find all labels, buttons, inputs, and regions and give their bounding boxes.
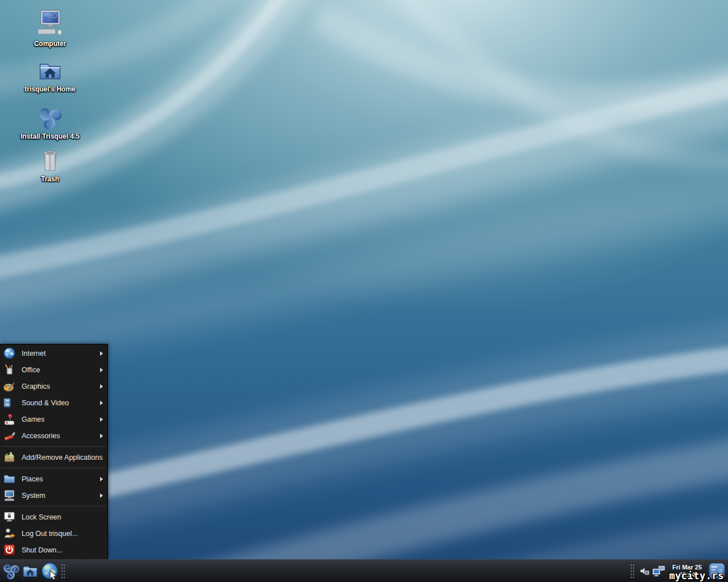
desktop-icon-label: trisquel's Home — [24, 85, 76, 93]
menu-item-label: Lock Screen — [22, 513, 103, 521]
graphics-icon — [3, 380, 16, 393]
menu-item-label: Places — [22, 475, 100, 483]
menu-item-add-remove-applications[interactable]: Add/Remove Applications — [0, 449, 107, 465]
watermark: mycity.rs — [669, 570, 724, 581]
panel-launcher-web-browser[interactable] — [40, 561, 59, 581]
office-icon — [3, 363, 16, 376]
panel-drag-handle[interactable] — [630, 564, 635, 579]
submenu-arrow-icon — [100, 493, 103, 498]
menu-item-graphics[interactable]: Graphics — [0, 378, 107, 394]
accessories-icon — [3, 429, 16, 442]
submenu-arrow-icon — [100, 401, 103, 405]
submenu-arrow-icon — [100, 384, 103, 389]
wallpaper — [0, 0, 728, 582]
places-icon — [3, 472, 16, 485]
home-folder-icon — [22, 563, 39, 580]
submenu-arrow-icon — [100, 417, 103, 422]
shutdown-icon — [3, 543, 16, 556]
menu-item-accessories[interactable]: Accessories — [0, 427, 107, 444]
desktop-icon-label: Trash — [41, 175, 59, 183]
menu-item-label: Graphics — [22, 383, 100, 390]
menu-item-sound-video[interactable]: Sound & Video — [0, 394, 107, 411]
menu-item-label: Accessories — [22, 432, 100, 440]
submenu-arrow-icon — [100, 434, 103, 438]
menu-item-system[interactable]: System — [0, 487, 107, 504]
menu-item-shut-down[interactable]: Shut Down... — [0, 542, 107, 558]
menu-separator — [1, 506, 106, 506]
desktop: Computer trisquel's Home Install Trisque… — [0, 0, 728, 582]
menu-item-places[interactable]: Places — [0, 471, 107, 487]
panel-drag-handle[interactable] — [61, 564, 65, 579]
trisquel-logo-icon — [2, 562, 20, 580]
menu-item-internet[interactable]: Internet — [0, 345, 107, 361]
browser-icon — [40, 562, 59, 580]
tray-item-volume[interactable] — [639, 566, 650, 576]
menu-item-label: Shut Down... — [22, 546, 103, 554]
network-icon — [652, 564, 666, 578]
games-icon — [3, 413, 16, 426]
desktop-icon-label: Install Trisquel 4.5 — [20, 132, 80, 140]
home-folder-icon — [38, 59, 63, 84]
sound-video-icon — [3, 396, 16, 409]
applications-menu: Internet Office Graphics — [0, 344, 108, 559]
panel-launcher-main-menu[interactable] — [1, 561, 20, 581]
menu-item-label: System — [22, 492, 100, 500]
menu-item-label: Office — [22, 366, 100, 374]
menu-item-label: Games — [22, 415, 100, 423]
menu-separator — [1, 468, 106, 468]
menu-item-label: Internet — [22, 350, 100, 357]
trisquel-logo-icon — [37, 105, 63, 131]
menu-item-games[interactable]: Games — [0, 411, 107, 427]
desktop-icon-home[interactable]: trisquel's Home — [13, 59, 87, 93]
panel-launcher-home[interactable] — [20, 561, 40, 581]
add-remove-icon — [3, 451, 16, 464]
desktop-icon-trash[interactable]: Trash — [13, 147, 87, 183]
menu-item-label: Sound & Video — [22, 399, 100, 407]
menu-item-log-out-trisquel[interactable]: Log Out trisquel... — [0, 525, 107, 542]
menu-separator — [1, 446, 106, 447]
desktop-icon-installer[interactable]: Install Trisquel 4.5 — [13, 105, 87, 140]
logout-icon — [3, 527, 16, 540]
desktop-icon-label: Computer — [34, 40, 67, 48]
tray-item-network[interactable] — [652, 564, 666, 578]
submenu-arrow-icon — [100, 351, 103, 356]
panel-launcher-area — [0, 561, 67, 581]
computer-icon — [34, 9, 66, 38]
menu-item-label: Log Out trisquel... — [22, 530, 103, 538]
submenu-arrow-icon — [100, 368, 103, 372]
desktop-icon-computer[interactable]: Computer — [13, 9, 87, 48]
volume-muted-icon — [639, 566, 650, 576]
submenu-arrow-icon — [100, 477, 103, 481]
menu-item-office[interactable]: Office — [0, 361, 107, 378]
lock-screen-icon — [3, 510, 16, 523]
globe-icon — [3, 347, 16, 360]
menu-item-lock-screen[interactable]: Lock Screen — [0, 509, 107, 525]
trash-icon — [38, 147, 62, 173]
bottom-panel: Fri Mar 25 03:24 — [0, 559, 728, 582]
system-icon — [3, 489, 16, 502]
menu-item-label: Add/Remove Applications — [22, 454, 103, 462]
notification-tray — [639, 564, 666, 578]
